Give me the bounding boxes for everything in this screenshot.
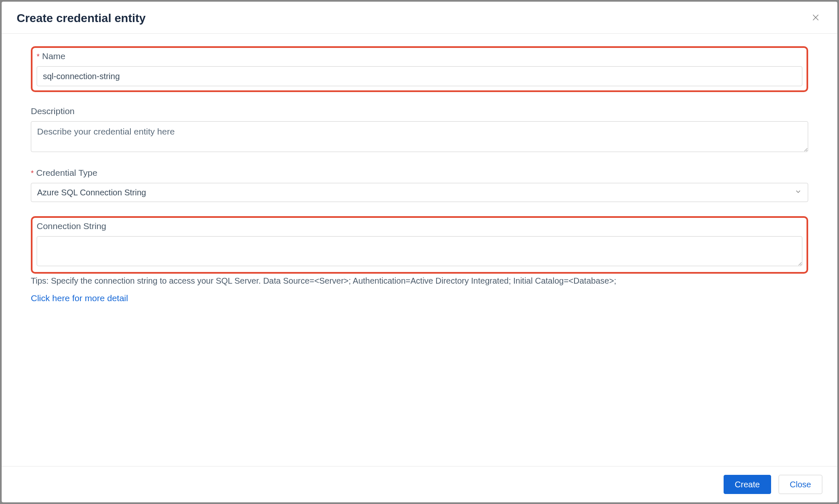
modal-body: Name Description Credential Type Azure S… (2, 34, 837, 466)
connection-string-label: Connection String (37, 221, 802, 231)
name-input[interactable] (37, 66, 802, 86)
close-button[interactable]: Close (779, 475, 822, 494)
modal-footer: Create Close (2, 466, 837, 502)
modal-title: Create credential entity (17, 12, 146, 25)
credential-type-select[interactable]: Azure SQL Connection String (31, 183, 808, 202)
credential-type-selected-value: Azure SQL Connection String (37, 188, 146, 197)
credential-type-label: Credential Type (31, 168, 808, 178)
chevron-down-icon (794, 188, 802, 197)
tips-text: Tips: Specify the connection string to a… (31, 276, 808, 286)
highlight-connection-section: Connection String (31, 216, 808, 274)
create-credential-modal: Create credential entity Name Descriptio… (2, 2, 837, 502)
name-field-group: Name (37, 51, 802, 86)
credential-type-field-group: Credential Type Azure SQL Connection Str… (31, 168, 808, 202)
description-label: Description (31, 106, 808, 116)
connection-string-field-group: Connection String (37, 221, 802, 268)
description-field-group: Description (31, 106, 808, 154)
more-detail-link[interactable]: Click here for more detail (31, 293, 128, 303)
create-button[interactable]: Create (724, 475, 771, 494)
close-icon-button[interactable] (809, 12, 822, 25)
highlight-name-section: Name (31, 46, 808, 92)
modal-header: Create credential entity (2, 2, 837, 34)
description-input[interactable] (31, 121, 808, 152)
close-icon (811, 13, 820, 24)
name-label: Name (37, 51, 802, 61)
connection-string-input[interactable] (37, 236, 802, 266)
